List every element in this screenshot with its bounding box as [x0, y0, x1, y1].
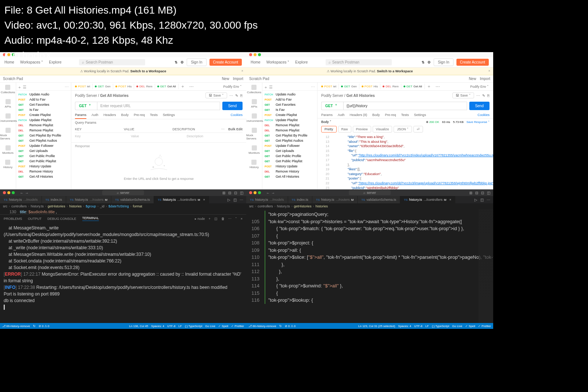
leftnav-mock-servers[interactable]: Mock Servers [246, 128, 262, 140]
reqtab-body[interactable]: Body [121, 113, 129, 119]
send-button[interactable]: Send [469, 102, 490, 110]
sidebar-item[interactable]: GETIs Fav [16, 107, 71, 112]
sidebar-item[interactable]: PATCHUpdate Playlist [16, 117, 71, 123]
leftnav-collections[interactable]: Collections [1, 85, 15, 94]
sidebar-item[interactable]: DELRemove Playlist [16, 123, 71, 128]
comment-icon[interactable]: ✎ [235, 94, 238, 98]
reqtab[interactable]: Headers (8) [350, 113, 368, 118]
method-select[interactable]: GET ˅ [75, 102, 97, 110]
sidebar-item[interactable]: GETGet Public Playlist [262, 159, 317, 164]
share-icon[interactable]: ⎘ [240, 94, 243, 98]
request-tab[interactable]: POST iet [319, 84, 339, 89]
maximize-icon[interactable] [12, 191, 15, 194]
request-tab[interactable]: GET Gen [339, 84, 359, 89]
bulk-edit-button[interactable]: Bulk Edit [228, 127, 243, 131]
sidebar-item[interactable]: DELRemove History [262, 169, 317, 174]
request-tab[interactable]: GET Get All [401, 84, 425, 89]
editor-tab[interactable]: TS history.ts .../models [0, 196, 42, 203]
sidebar-item[interactable]: PATCHUpdate Playlist [262, 117, 317, 123]
viewtab-visualize[interactable]: Visualize [373, 126, 392, 133]
sidebar-item[interactable]: POSTHistory Update [262, 164, 317, 169]
sidebar-item[interactable]: GETGet Public Profile [16, 153, 71, 159]
plus-icon[interactable]: + [208, 217, 210, 221]
nav-forward-icon[interactable]: → [271, 191, 275, 195]
sidebar-item[interactable]: DELRemove Playlist [16, 128, 71, 133]
reqtab[interactable]: Tests [401, 113, 409, 118]
sidebar-item[interactable]: POSTAdd to Fav [262, 97, 317, 102]
more-icon[interactable]: ⋯ [229, 94, 233, 98]
request-tab[interactable]: DEL Rem [134, 84, 155, 89]
leftnav-collections[interactable]: Collections [247, 85, 261, 94]
nav-back-icon[interactable]: ← [266, 191, 270, 195]
sidebar-item[interactable]: GETGet Favorites [262, 102, 317, 107]
new-tab-button[interactable]: + [179, 84, 186, 89]
environment-select[interactable]: Podify Env ˅ [223, 85, 245, 88]
nav-back-icon[interactable]: ← [20, 191, 24, 195]
tab-more-icon[interactable]: ⋯ [187, 84, 196, 89]
reqtab-settings[interactable]: Settings [163, 113, 175, 119]
editor-tab[interactable]: TS history.ts .../models [246, 196, 288, 203]
request-tab[interactable]: GET Gen [93, 84, 113, 89]
editor-tab[interactable]: TS history.ts .../routers M [312, 196, 358, 203]
chevron-up-icon[interactable]: ˄ [235, 217, 237, 221]
response-json-body[interactable]: 12 "title": "There was a king",13 "about… [318, 133, 493, 189]
notifications-icon[interactable]: ⇅ [422, 60, 424, 64]
run-icon[interactable]: ▷ [474, 198, 477, 202]
editor-tab[interactable]: TS history.ts .../routers M [66, 196, 111, 203]
reqtab[interactable]: Body [372, 113, 380, 118]
reqtab-pre-req[interactable]: Pre-req [134, 113, 145, 119]
table-row[interactable]: Key Value Description [75, 133, 243, 139]
sidebar-item[interactable]: POSTUpdate Follower [262, 143, 317, 148]
command-center[interactable]: ⌕ server [102, 190, 144, 195]
editor-tab[interactable]: TS history.ts .../controllers M × [400, 196, 455, 203]
tab-output[interactable]: OUTPUT [28, 217, 42, 221]
sidebar-item[interactable]: GETGet Public Playlist [16, 159, 71, 164]
request-tab[interactable]: POST His [359, 84, 380, 89]
reqtab[interactable]: Params [321, 113, 333, 118]
nav-forward-icon[interactable]: → [25, 191, 29, 195]
nav-explore[interactable]: Explore [295, 60, 308, 64]
reqtab-tests[interactable]: Tests [150, 113, 158, 119]
signin-button[interactable]: Sign In [434, 58, 453, 66]
sidebar-item[interactable]: GETGet All Histories [16, 174, 71, 179]
body-dropdown[interactable]: Body ˅ [321, 120, 331, 124]
sidebar-item[interactable]: POSTUpdate Follower [16, 143, 71, 148]
editor-tab[interactable]: TS validationSchema.ts [358, 196, 400, 203]
nav-workspaces[interactable]: Workspaces ˅ [266, 60, 290, 64]
layout-icon[interactable]: ⊞ [469, 191, 472, 195]
tab-terminal[interactable]: TERMINAL [82, 216, 99, 221]
split-icon[interactable]: ◫ [480, 198, 484, 202]
filter-icon[interactable]: ☰ [269, 85, 273, 90]
split-icon[interactable]: ◫ [233, 198, 237, 202]
more-icon[interactable]: ⋯ [476, 94, 480, 98]
new-tab-button[interactable]: + [426, 84, 433, 89]
layout-icon[interactable]: ⊟ [228, 191, 231, 195]
layout-icon[interactable]: ⊡ [234, 191, 237, 195]
tab-problems[interactable]: PROBLEMS [4, 217, 22, 221]
reqtab[interactable]: Settings [414, 113, 426, 118]
sidebar-item[interactable]: POSTHistory Update [16, 164, 71, 169]
editor-tab[interactable]: TS index.ts [42, 196, 66, 203]
url-input[interactable]: {{url}}/history [343, 102, 467, 110]
close-icon[interactable] [249, 191, 252, 194]
cookies-link[interactable]: Cookies [230, 113, 243, 119]
request-tab[interactable]: DEL Rem [380, 84, 401, 89]
more-icon[interactable]: ⋯ [311, 85, 315, 90]
method-select[interactable]: GET ˅ [321, 102, 343, 110]
leftnav-environments[interactable]: Environments [246, 113, 263, 123]
editor-breadcrumb[interactable]: src › controllers › history.ts › getHist… [0, 203, 246, 209]
reqtab-params[interactable]: Params [75, 113, 86, 119]
leftnav-apis[interactable]: APIs [251, 99, 257, 108]
editor-tab[interactable]: TS index.ts [288, 196, 312, 203]
leftnav-monitors[interactable]: Monitors [2, 145, 14, 155]
wrap-icon[interactable]: ⏎ [413, 126, 423, 133]
plus-icon[interactable]: + [18, 85, 21, 90]
format-select[interactable]: JSON ˅ [394, 126, 412, 133]
create-account-button[interactable]: Create Account [456, 59, 489, 66]
sidebar-item[interactable]: GETGet Favorites [16, 102, 71, 107]
layout-icon[interactable]: ◫ [240, 191, 243, 195]
close-icon[interactable]: × [241, 217, 243, 221]
more-icon[interactable]: ⋯ [228, 217, 232, 221]
sync-icon[interactable]: ↻ [279, 324, 282, 328]
editor-tab[interactable]: TS history.ts .../controllers M × [154, 196, 209, 203]
